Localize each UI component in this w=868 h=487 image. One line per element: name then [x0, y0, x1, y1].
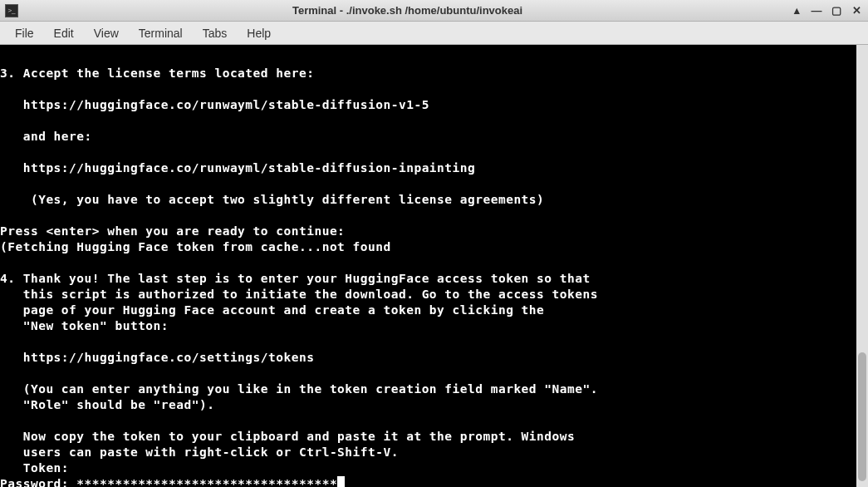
terminal-line: (You can enter anything you like in the … [0, 382, 598, 396]
terminal-app-icon: >_ [5, 4, 18, 17]
terminal-output[interactable]: 3. Accept the license terms located here… [0, 45, 868, 487]
menu-tabs[interactable]: Tabs [194, 23, 236, 43]
terminal-line: 3. Accept the license terms located here… [0, 66, 314, 80]
scrollbar-thumb[interactable] [858, 352, 866, 481]
terminal-line: "New token" button: [0, 319, 169, 332]
menu-file[interactable]: File [7, 23, 42, 43]
rollup-button[interactable]: ▴ [790, 4, 803, 17]
window-controls: ▴ — ▢ ✕ [790, 4, 863, 17]
password-prompt[interactable]: Password: ******************************… [0, 477, 337, 487]
terminal-line: page of your Hugging Face account and cr… [0, 303, 544, 317]
terminal-line: Press <enter> when you are ready to cont… [0, 224, 345, 238]
menu-help[interactable]: Help [238, 23, 279, 43]
titlebar: >_ Terminal - ./invoke.sh /home/ubuntu/i… [0, 0, 868, 22]
terminal-line: (Yes, you have to accept two slightly di… [0, 193, 544, 206]
terminal-line: this script is authorized to initiate th… [0, 288, 598, 301]
window-title: Terminal - ./invoke.sh /home/ubuntu/invo… [25, 4, 790, 17]
minimize-button[interactable]: — [810, 4, 823, 17]
terminal-line: Now copy the token to your clipboard and… [0, 430, 575, 443]
terminal-line: "Role" should be "read"). [0, 398, 214, 411]
menubar: File Edit View Terminal Tabs Help [0, 22, 868, 45]
terminal-line: https://huggingface.co/settings/tokens [0, 351, 314, 364]
terminal-line: https://huggingface.co/runwayml/stable-d… [0, 161, 475, 175]
close-button[interactable]: ✕ [850, 4, 863, 17]
menu-view[interactable]: View [86, 23, 127, 43]
terminal-line: Token: [0, 461, 69, 475]
terminal-line: (Fetching Hugging Face token from cache.… [0, 240, 391, 253]
cursor [337, 476, 345, 487]
terminal-line: https://huggingface.co/runwayml/stable-d… [0, 98, 429, 111]
terminal-line: 4. Thank you! The last step is to enter … [0, 272, 591, 285]
scrollbar[interactable] [856, 45, 868, 487]
menu-edit[interactable]: Edit [46, 23, 82, 43]
maximize-button[interactable]: ▢ [830, 4, 843, 17]
menu-terminal[interactable]: Terminal [130, 23, 191, 43]
terminal-line: and here: [0, 130, 92, 143]
terminal-line: users can paste with right-click or Ctrl… [0, 445, 399, 459]
